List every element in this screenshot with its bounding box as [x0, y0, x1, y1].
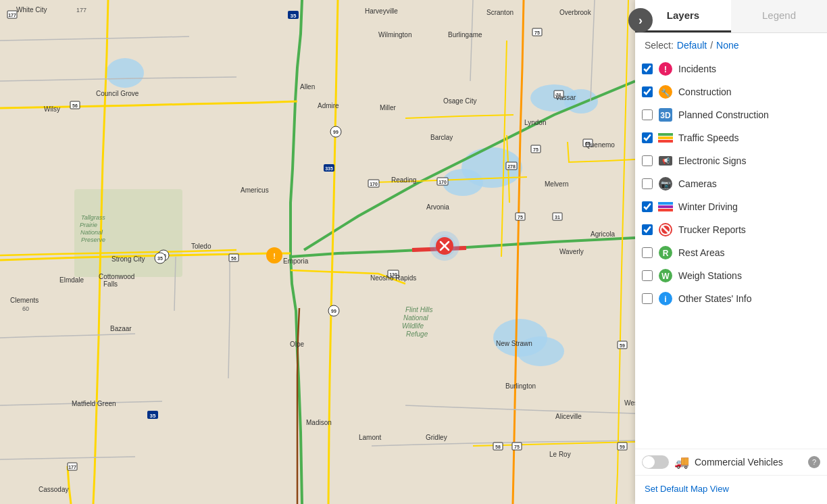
svg-text:Bazaar: Bazaar — [110, 325, 132, 332]
layer-item-planned_construction: 3DPlanned Construction — [635, 103, 827, 126]
truck-icon: 🚚 — [674, 455, 689, 470]
svg-text:Toledo: Toledo — [191, 243, 211, 250]
layer-item-electronic_signs: 📢Electronic Signs — [635, 149, 827, 172]
layer-icon-trucker_reports — [658, 222, 673, 237]
svg-text:📷: 📷 — [661, 179, 671, 189]
toggle-knob — [643, 456, 655, 468]
svg-text:35: 35 — [150, 413, 156, 419]
svg-text:Wilsy: Wilsy — [44, 105, 60, 113]
layer-icon-construction: 🔧 — [658, 84, 673, 99]
select-row: Select: Default / None — [635, 33, 827, 55]
select-none-link[interactable]: None — [716, 40, 738, 51]
svg-text:Barclay: Barclay — [430, 134, 453, 141]
layer-checkbox-trucker_reports[interactable] — [642, 224, 653, 235]
svg-text:Prairie: Prairie — [80, 222, 97, 228]
layers-list: !Incidents🔧Construction3DPlanned Constru… — [635, 55, 827, 449]
svg-text:🔧: 🔧 — [661, 88, 670, 97]
svg-text:Westphalia: Westphalia — [624, 399, 635, 407]
svg-text:Arvonia: Arvonia — [426, 203, 449, 211]
svg-text:Americus: Americus — [241, 186, 269, 194]
svg-text:99: 99 — [333, 130, 339, 134]
svg-text:Cassoday: Cassoday — [39, 486, 68, 493]
svg-point-3 — [443, 169, 483, 196]
svg-text:75: 75 — [534, 30, 540, 35]
layer-icon-other_states: i — [658, 291, 673, 306]
layer-checkbox-other_states[interactable] — [642, 293, 653, 304]
svg-text:W: W — [661, 272, 670, 281]
layer-icon-weigh_stations: W — [658, 268, 673, 283]
layer-item-incidents: !Incidents — [635, 57, 827, 80]
svg-text:National: National — [403, 314, 428, 322]
svg-text:31: 31 — [555, 215, 560, 220]
layer-item-trucker_reports: Trucker Reports — [635, 218, 827, 241]
layer-checkbox-incidents[interactable] — [642, 64, 653, 74]
layer-icon-electronic_signs: 📢 — [658, 153, 673, 168]
svg-text:Strong City: Strong City — [111, 255, 145, 263]
svg-text:Wilmington: Wilmington — [378, 31, 411, 39]
svg-text:177: 177 — [76, 7, 86, 14]
svg-text:170: 170 — [370, 182, 378, 186]
svg-text:Miller: Miller — [380, 104, 397, 111]
help-icon[interactable]: ? — [808, 456, 820, 468]
layer-checkbox-construction[interactable] — [642, 86, 653, 97]
svg-text:Quenemo: Quenemo — [585, 141, 615, 149]
panel-toggle-button[interactable]: › — [628, 8, 653, 32]
svg-text:59: 59 — [620, 445, 625, 449]
commercial-vehicles-toggle[interactable] — [642, 455, 669, 469]
tab-legend[interactable]: Legend — [731, 0, 827, 32]
svg-text:Tallgrass: Tallgrass — [81, 214, 105, 221]
svg-text:!: ! — [273, 252, 276, 260]
svg-text:Emporia: Emporia — [283, 257, 309, 265]
layer-label-construction: Construction — [678, 86, 732, 97]
svg-text:Reading: Reading — [391, 176, 416, 184]
svg-text:58: 58 — [495, 445, 501, 449]
layer-checkbox-traffic_speeds[interactable] — [642, 132, 653, 143]
svg-text:Elmdale: Elmdale — [59, 276, 84, 284]
layer-checkbox-cameras[interactable] — [642, 178, 653, 189]
svg-text:56: 56 — [231, 256, 236, 261]
layer-item-rest_areas: RRest Areas — [635, 241, 827, 264]
layer-label-traffic_speeds: Traffic Speeds — [678, 132, 739, 143]
select-default-link[interactable]: Default — [677, 40, 707, 51]
svg-text:Falls: Falls — [103, 280, 118, 288]
layer-label-cameras: Cameras — [678, 178, 717, 189]
layer-item-traffic_speeds: Traffic Speeds — [635, 126, 827, 149]
layer-checkbox-winter_driving[interactable] — [642, 201, 653, 212]
svg-text:Council Grove: Council Grove — [96, 90, 139, 97]
svg-text:335: 335 — [325, 166, 333, 171]
svg-text:R: R — [663, 249, 669, 258]
svg-text:Burlington: Burlington — [505, 382, 536, 390]
svg-text:Vassar: Vassar — [555, 94, 576, 101]
svg-text:Matfield Green: Matfield Green — [72, 400, 116, 407]
svg-text:3D: 3D — [660, 111, 671, 120]
svg-text:Clements: Clements — [10, 297, 39, 304]
commercial-vehicles-label: Commercial Vehicles — [695, 457, 783, 468]
layer-checkbox-planned_construction[interactable] — [642, 109, 653, 120]
layer-icon-winter_driving — [658, 199, 673, 214]
panel-tabs: Layers Legend — [635, 0, 827, 33]
layer-checkbox-weigh_stations[interactable] — [642, 270, 653, 281]
svg-text:Olpe: Olpe — [290, 341, 305, 348]
layer-checkbox-rest_areas[interactable] — [642, 247, 653, 258]
set-default-map-view-link[interactable]: Set Default Map View — [645, 484, 729, 494]
svg-text:Refuge: Refuge — [406, 330, 428, 338]
footer-link-area: Set Default Map View — [635, 475, 827, 504]
layer-icon-cameras: 📷 — [658, 176, 673, 191]
layer-item-cameras: 📷Cameras — [635, 172, 827, 195]
svg-text:170: 170 — [438, 180, 447, 184]
layer-label-winter_driving: Winter Driving — [678, 201, 738, 212]
layer-label-trucker_reports: Trucker Reports — [678, 224, 746, 235]
svg-text:National: National — [80, 229, 103, 236]
layer-checkbox-electronic_signs[interactable] — [642, 155, 653, 166]
svg-text:Madison: Madison — [306, 419, 332, 426]
svg-text:35: 35 — [291, 13, 297, 19]
map-area[interactable]: 35 99 99 75 75 75 75 56 50 56 177 177 27… — [0, 0, 635, 504]
svg-text:177: 177 — [8, 13, 16, 18]
svg-text:Osage City: Osage City — [443, 97, 476, 105]
layer-item-other_states: iOther States' Info — [635, 287, 827, 310]
svg-text:New Strawn: New Strawn — [496, 340, 532, 347]
layer-icon-rest_areas: R — [658, 245, 673, 260]
right-panel: Layers Legend Select: Default / None !In… — [635, 0, 827, 504]
svg-text:Flint Hills: Flint Hills — [405, 306, 433, 313]
svg-text:60: 60 — [22, 305, 29, 312]
